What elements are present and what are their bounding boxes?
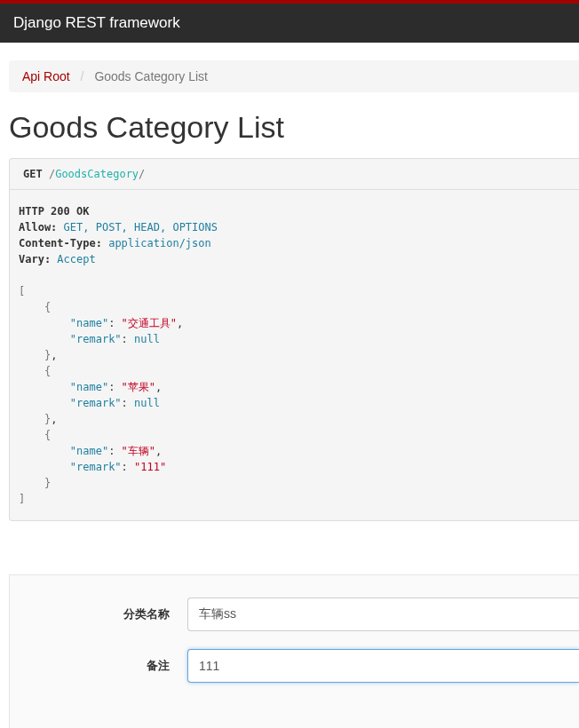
path-slash-2: /	[139, 168, 145, 180]
response-status: HTTP 200 OK	[19, 203, 570, 219]
request-line: GET /GoodsCategory/	[9, 158, 579, 190]
breadcrumb-root-link[interactable]: Api Root	[22, 69, 70, 83]
remark-label: 备注	[10, 658, 187, 674]
form-row-remark: 备注	[10, 649, 579, 683]
response-header-allow: Allow: GET, POST, HEAD, OPTIONS	[19, 219, 570, 235]
response-body: [ { "name": "交通工具", "remark": null }, { …	[19, 267, 570, 507]
form-row-name: 分类名称	[10, 597, 579, 631]
breadcrumb-current: Goods Category List	[94, 69, 208, 83]
page-title: Goods Category List	[9, 110, 579, 145]
navbar: Django REST framework	[0, 4, 579, 43]
navbar-brand[interactable]: Django REST framework	[13, 14, 180, 31]
form-panel: 分类名称 备注	[9, 574, 579, 728]
request-method: GET	[23, 168, 43, 180]
remark-input[interactable]	[187, 649, 579, 683]
breadcrumb: Api Root / Goods Category List	[9, 60, 579, 92]
breadcrumb-divider: /	[81, 69, 84, 83]
name-label: 分类名称	[10, 606, 187, 622]
response-header-vary: Vary: Accept	[19, 251, 570, 267]
response-panel: HTTP 200 OK Allow: GET, POST, HEAD, OPTI…	[9, 190, 579, 521]
name-input[interactable]	[187, 597, 579, 631]
response-header-content-type: Content-Type: application/json	[19, 235, 570, 251]
request-path: GoodsCategory	[55, 168, 139, 180]
